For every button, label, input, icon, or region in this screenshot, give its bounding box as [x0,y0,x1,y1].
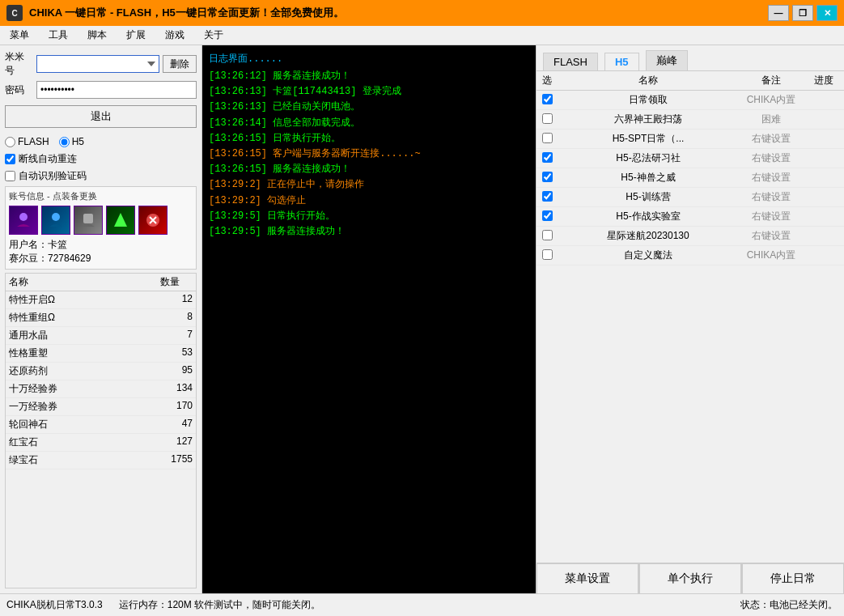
item-count: 134 [147,380,196,397]
task-checkbox-cell[interactable] [537,210,558,223]
account-info: 账号信息 - 点装备更换 用户名： [5,186,197,270]
task-row[interactable]: 日常领取 CHIKA内置 [537,91,844,110]
auto-reconnect-checkbox[interactable] [5,154,15,164]
center-panel: 日志界面...... [13:26:12] 服务器连接成功！[13:26:13]… [202,45,537,593]
task-checkbox[interactable] [542,133,553,143]
avatar-2[interactable] [41,206,70,235]
menu-item-工具[interactable]: 工具 [42,27,74,44]
items-table: 名称 数量 特性开启Ω12特性重组Ω8通用水晶7性格重塑53还原药剂95十万经验… [5,273,197,588]
task-row[interactable]: 六界神王殿扫荡 困难 [537,110,844,130]
tab-巅峰[interactable]: 巅峰 [646,50,688,70]
menu-item-游戏[interactable]: 游戏 [159,27,191,44]
task-checkbox[interactable] [542,94,553,104]
avatar-4[interactable] [106,206,135,235]
log-line: [13:26:15] 客户端与服务器断开连接......~ [209,147,529,162]
task-note: CHIKA内置 [739,93,804,107]
mimi-select[interactable]: 117443413 [36,55,159,73]
task-note: CHIKA内置 [739,249,804,262]
stop-daily-button[interactable]: 停止日常 [742,563,844,594]
items-table-body[interactable]: 特性开启Ω12特性重组Ω8通用水晶7性格重塑53还原药剂95十万经验券134一万… [6,291,196,588]
task-checkbox-cell[interactable] [537,191,558,204]
task-col-check-header: 选 [537,74,558,87]
svg-marker-3 [114,213,127,227]
item-count: 12 [147,291,196,308]
task-checkbox-cell[interactable] [537,249,558,262]
task-checkbox[interactable] [542,210,553,221]
task-row[interactable]: H5-作战实验室 右键设置 [537,207,844,227]
auto-verify-row: 自动识别验证码 [5,169,197,183]
password-input[interactable] [36,81,197,99]
task-row[interactable]: 星际迷航20230130 右键设置 [537,227,844,246]
auto-reconnect-label[interactable]: 断线自动重连 [19,152,77,166]
menu-item-扩展[interactable]: 扩展 [120,27,152,44]
table-row: 红宝石127 [6,434,196,452]
items-col-count: 数量 [134,274,183,291]
menu-settings-button[interactable]: 菜单设置 [537,563,638,594]
log-area[interactable]: 日志界面...... [13:26:12] 服务器连接成功！[13:26:13]… [202,45,536,593]
item-name: 特性重组Ω [6,309,147,326]
task-checkbox-cell[interactable] [537,113,558,126]
account-info-title: 账号信息 - 点装备更换 [9,190,193,202]
task-list-body[interactable]: 日常领取 CHIKA内置 六界神王殿扫荡 困难 H5-SPT日常（... 右键设… [537,91,844,563]
menu-item-关于[interactable]: 关于 [197,27,230,44]
task-row[interactable]: H5-SPT日常（... 右键设置 [537,130,844,149]
task-note: 右键设置 [739,229,804,243]
menu-item-菜单[interactable]: 菜单 [3,27,36,44]
tab-H5[interactable]: H5 [604,53,639,70]
single-execute-button[interactable]: 单个执行 [639,563,741,594]
main-content: 米米号 117443413 删除 密码 退出 FLASH H5 [0,45,844,593]
task-row[interactable]: 自定义魔法 CHIKA内置 [537,246,844,266]
task-checkbox[interactable] [542,152,553,163]
task-note: 右键设置 [739,171,804,185]
task-row[interactable]: H5-神兽之威 右键设置 [537,168,844,188]
auto-verify-label[interactable]: 自动识别验证码 [19,169,87,183]
svg-point-1 [52,213,60,221]
task-note: 困难 [739,113,804,126]
task-checkbox[interactable] [542,191,553,202]
h5-radio[interactable] [59,137,70,147]
task-name: 星际迷航20230130 [558,229,739,243]
task-checkbox[interactable] [542,249,553,260]
task-checkbox-cell[interactable] [537,94,558,107]
task-checkbox-cell[interactable] [537,172,558,185]
task-checkbox[interactable] [542,230,553,240]
svg-rect-2 [83,214,93,223]
flash-label: FLASH [18,136,49,147]
avatar-1[interactable] [9,206,38,235]
delete-button[interactable]: 删除 [163,55,197,73]
user-name: 用户名：卡篮 [9,238,193,252]
task-checkbox[interactable] [542,172,553,182]
close-button[interactable]: ✕ [816,5,838,21]
minimize-button[interactable]: — [768,5,789,21]
items-col-name: 名称 [6,274,134,291]
task-checkbox[interactable] [542,113,553,124]
avatar-3[interactable] [74,206,103,235]
log-title: 日志界面...... [209,52,529,66]
auto-verify-checkbox[interactable] [5,171,15,181]
avatar-5[interactable] [138,206,168,235]
right-panel: FLASHH5巅峰 选 名称 备注 进度 日常领取 CHIKA内置 六界神王殿扫… [537,45,844,593]
menu-item-脚本[interactable]: 脚本 [81,27,113,44]
restore-button[interactable]: ❐ [792,5,813,21]
task-note: 右键设置 [739,132,804,146]
task-checkbox-cell[interactable] [537,230,558,243]
task-name: H5-作战实验室 [558,210,739,223]
h5-radio-item[interactable]: H5 [59,136,84,147]
task-name: 自定义魔法 [558,249,739,262]
task-row[interactable]: H5-训练营 右键设置 [537,188,844,207]
window-controls: — ❐ ✕ [768,5,838,21]
table-row: 一万经验券170 [6,398,196,416]
item-name: 一万经验券 [6,398,147,415]
item-name: 红宝石 [6,434,147,451]
right-tabs: FLASHH5巅峰 [537,45,844,71]
flash-radio-item[interactable]: FLASH [5,136,49,147]
tab-FLASH[interactable]: FLASH [543,53,598,70]
version-label: CHIKA脱机日常T3.0.3 [6,598,103,612]
task-checkbox-cell[interactable] [537,133,558,146]
task-row[interactable]: H5-忍法研习社 右键设置 [537,149,844,168]
item-name: 特性开启Ω [6,291,147,308]
logout-button[interactable]: 退出 [5,105,197,128]
task-checkbox-cell[interactable] [537,152,558,165]
window-title: CHIKA 一键日常 - FLASH，H5一键日常全面更新！全部免费使用。 [29,6,768,20]
flash-radio[interactable] [5,137,15,147]
